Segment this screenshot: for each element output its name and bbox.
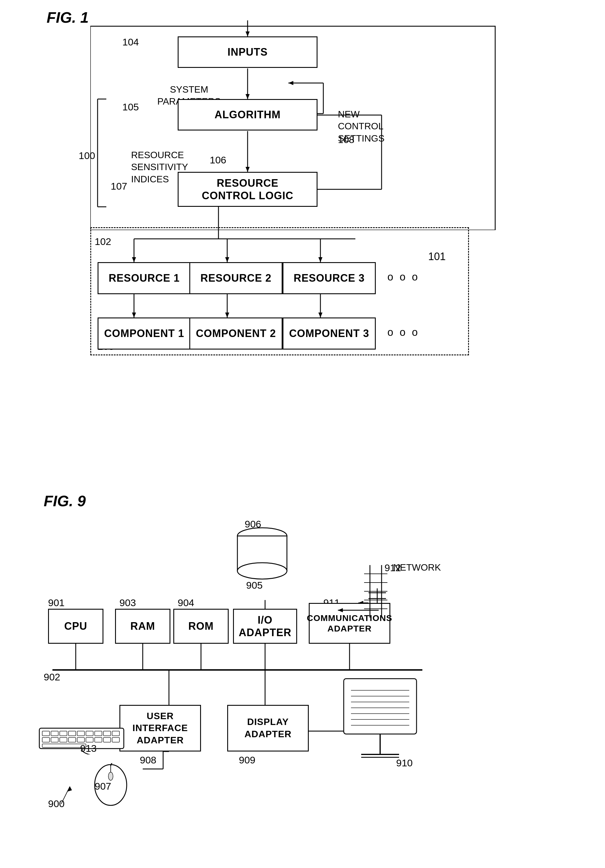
component3-box: COMPONENT 3 — [282, 318, 376, 350]
monitor-illustration — [335, 676, 428, 778]
fig9-title: FIG. 9 — [44, 492, 85, 510]
ref909: 909 — [239, 755, 256, 766]
ref105: 105 — [123, 101, 139, 113]
io-adapter-box: I/O ADAPTER — [233, 609, 297, 644]
svg-rect-85 — [51, 731, 58, 736]
svg-rect-88 — [77, 731, 84, 736]
svg-rect-87 — [68, 731, 76, 736]
svg-rect-91 — [103, 731, 111, 736]
ref102: 102 — [95, 236, 111, 247]
ref910: 910 — [396, 757, 413, 769]
svg-rect-94 — [51, 738, 58, 742]
component1-box: COMPONENT 1 — [98, 318, 191, 350]
svg-rect-99 — [95, 738, 102, 742]
svg-rect-98 — [86, 738, 93, 742]
svg-marker-3 — [245, 94, 250, 99]
svg-rect-102 — [42, 744, 86, 747]
ref913: 913 — [80, 743, 97, 754]
fig1-diagram: FIG. 1 — [47, 9, 548, 469]
ref902: 902 — [44, 671, 60, 683]
ref903: 903 — [119, 597, 136, 609]
svg-rect-61 — [237, 536, 287, 571]
svg-rect-93 — [42, 738, 50, 742]
svg-point-105 — [109, 772, 113, 780]
svg-rect-86 — [60, 731, 67, 736]
svg-rect-96 — [68, 738, 76, 742]
svg-rect-84 — [42, 731, 50, 736]
fig1-title: FIG. 1 — [47, 9, 88, 26]
ref101: 101 — [428, 251, 446, 263]
resource-control-logic-box: RESOURCE CONTROL LOGIC — [178, 172, 318, 207]
ram-box: RAM — [115, 609, 171, 644]
ref900: 900 — [48, 798, 65, 809]
svg-marker-5 — [245, 167, 250, 172]
network-label: NETWORK — [393, 562, 441, 573]
svg-rect-100 — [103, 738, 111, 742]
rom-box: ROM — [173, 609, 229, 644]
svg-rect-72 — [344, 679, 417, 734]
ref904: 904 — [178, 597, 194, 609]
inputs-box: INPUTS — [178, 36, 318, 68]
ref104: 104 — [123, 36, 139, 48]
svg-rect-101 — [112, 738, 119, 742]
ui-adapter-box: USER INTERFACE ADAPTER — [119, 705, 201, 752]
ref905: 905 — [246, 580, 263, 591]
svg-rect-92 — [112, 731, 119, 736]
resource2-box: RESOURCE 2 — [189, 262, 282, 294]
ref106: 106 — [210, 154, 226, 166]
fig9-diagram: FIG. 9 — [29, 489, 574, 859]
ref107: 107 — [111, 181, 127, 192]
svg-rect-90 — [95, 731, 102, 736]
svg-rect-95 — [60, 738, 67, 742]
svg-rect-97 — [77, 738, 84, 742]
svg-point-60 — [237, 528, 287, 544]
cpu-box: CPU — [48, 609, 103, 644]
comm-adapter-box: COMMUNICATIONS ADAPTER — [309, 603, 390, 644]
ref908: 908 — [140, 755, 157, 766]
component-dots: o o o — [388, 326, 419, 338]
resource-dots: o o o — [388, 271, 419, 283]
storage-cylinder — [233, 527, 291, 580]
component2-box: COMPONENT 2 — [189, 318, 282, 350]
resource3-box: RESOURCE 3 — [282, 262, 376, 294]
resource1-box: RESOURCE 1 — [98, 262, 191, 294]
ref907: 907 — [95, 781, 111, 792]
svg-point-62 — [237, 563, 287, 579]
svg-rect-89 — [86, 731, 93, 736]
algorithm-box: ALGORITHM — [178, 99, 318, 130]
svg-marker-1 — [245, 31, 250, 36]
ref108: 108 — [338, 134, 355, 145]
ref906: 906 — [245, 518, 261, 530]
ref901: 901 — [48, 597, 65, 609]
fig9-arrows — [29, 489, 574, 859]
svg-marker-107 — [67, 786, 72, 792]
svg-marker-9 — [289, 81, 293, 85]
ref100: 100 — [79, 150, 95, 161]
display-adapter-box: DISPLAY ADAPTER — [227, 705, 309, 752]
